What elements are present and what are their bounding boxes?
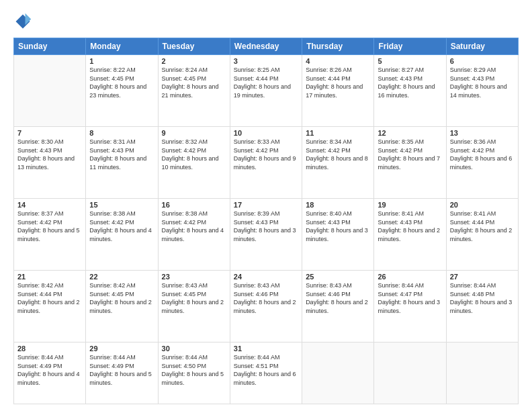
day-info: Sunrise: 8:42 AMSunset: 4:44 PMDaylight:… bbox=[17, 281, 82, 315]
day-info: Sunrise: 8:44 AMSunset: 4:49 PMDaylight:… bbox=[89, 353, 154, 387]
weekday-header-sunday: Sunday bbox=[14, 38, 86, 55]
calendar-cell: 8Sunrise: 8:31 AMSunset: 4:43 PMDaylight… bbox=[86, 127, 158, 199]
day-info: Sunrise: 8:30 AMSunset: 4:43 PMDaylight:… bbox=[17, 138, 82, 171]
day-info: Sunrise: 8:43 AMSunset: 4:46 PMDaylight:… bbox=[234, 281, 298, 315]
calendar-cell bbox=[374, 342, 446, 404]
calendar-cell: 17Sunrise: 8:39 AMSunset: 4:43 PMDayligh… bbox=[230, 199, 302, 271]
calendar-cell: 10Sunrise: 8:33 AMSunset: 4:42 PMDayligh… bbox=[230, 127, 302, 199]
calendar-cell: 14Sunrise: 8:37 AMSunset: 4:42 PMDayligh… bbox=[14, 199, 86, 271]
day-number: 11 bbox=[306, 129, 370, 137]
day-number: 22 bbox=[89, 273, 154, 281]
calendar-week-row: 1Sunrise: 8:22 AMSunset: 4:45 PMDaylight… bbox=[14, 55, 519, 127]
weekday-header-saturday: Saturday bbox=[446, 38, 518, 55]
calendar-cell: 28Sunrise: 8:44 AMSunset: 4:49 PMDayligh… bbox=[14, 342, 86, 404]
calendar-cell: 5Sunrise: 8:27 AMSunset: 4:43 PMDaylight… bbox=[374, 55, 446, 127]
logo bbox=[13, 12, 35, 31]
calendar-cell: 21Sunrise: 8:42 AMSunset: 4:44 PMDayligh… bbox=[14, 271, 86, 342]
day-info: Sunrise: 8:32 AMSunset: 4:42 PMDaylight:… bbox=[162, 138, 226, 171]
calendar-cell: 18Sunrise: 8:40 AMSunset: 4:43 PMDayligh… bbox=[302, 199, 374, 271]
day-info: Sunrise: 8:25 AMSunset: 4:44 PMDaylight:… bbox=[234, 66, 298, 99]
day-number: 18 bbox=[306, 201, 370, 209]
day-info: Sunrise: 8:33 AMSunset: 4:42 PMDaylight:… bbox=[234, 138, 298, 171]
weekday-header-row: SundayMondayTuesdayWednesdayThursdayFrid… bbox=[14, 38, 519, 55]
calendar-cell: 29Sunrise: 8:44 AMSunset: 4:49 PMDayligh… bbox=[86, 342, 158, 404]
day-number: 4 bbox=[306, 57, 370, 65]
day-info: Sunrise: 8:41 AMSunset: 4:43 PMDaylight:… bbox=[378, 210, 442, 243]
day-number: 5 bbox=[378, 57, 442, 65]
day-number: 8 bbox=[89, 129, 154, 137]
weekday-header-tuesday: Tuesday bbox=[158, 38, 230, 55]
day-number: 3 bbox=[234, 57, 298, 65]
calendar-cell: 23Sunrise: 8:43 AMSunset: 4:45 PMDayligh… bbox=[158, 271, 230, 342]
calendar-week-row: 28Sunrise: 8:44 AMSunset: 4:49 PMDayligh… bbox=[14, 342, 519, 404]
day-info: Sunrise: 8:22 AMSunset: 4:45 PMDaylight:… bbox=[89, 66, 154, 99]
day-info: Sunrise: 8:43 AMSunset: 4:45 PMDaylight:… bbox=[162, 281, 226, 315]
calendar-cell: 1Sunrise: 8:22 AMSunset: 4:45 PMDaylight… bbox=[86, 55, 158, 127]
calendar-cell: 24Sunrise: 8:43 AMSunset: 4:46 PMDayligh… bbox=[230, 271, 302, 342]
day-number: 21 bbox=[17, 273, 82, 281]
calendar-cell: 15Sunrise: 8:38 AMSunset: 4:42 PMDayligh… bbox=[86, 199, 158, 271]
day-number: 2 bbox=[162, 57, 226, 65]
day-info: Sunrise: 8:38 AMSunset: 4:42 PMDaylight:… bbox=[89, 210, 154, 243]
day-info: Sunrise: 8:34 AMSunset: 4:42 PMDaylight:… bbox=[306, 138, 370, 171]
day-info: Sunrise: 8:44 AMSunset: 4:51 PMDaylight:… bbox=[234, 353, 298, 387]
calendar-cell: 27Sunrise: 8:44 AMSunset: 4:48 PMDayligh… bbox=[446, 271, 518, 342]
calendar-week-row: 14Sunrise: 8:37 AMSunset: 4:42 PMDayligh… bbox=[14, 199, 519, 271]
calendar-cell: 12Sunrise: 8:35 AMSunset: 4:42 PMDayligh… bbox=[374, 127, 446, 199]
calendar-cell: 2Sunrise: 8:24 AMSunset: 4:45 PMDaylight… bbox=[158, 55, 230, 127]
day-info: Sunrise: 8:43 AMSunset: 4:46 PMDaylight:… bbox=[306, 281, 370, 315]
day-number: 6 bbox=[450, 57, 515, 65]
day-info: Sunrise: 8:36 AMSunset: 4:42 PMDaylight:… bbox=[450, 138, 515, 171]
calendar-cell: 16Sunrise: 8:38 AMSunset: 4:42 PMDayligh… bbox=[158, 199, 230, 271]
day-info: Sunrise: 8:37 AMSunset: 4:42 PMDaylight:… bbox=[17, 210, 82, 243]
calendar-cell: 11Sunrise: 8:34 AMSunset: 4:42 PMDayligh… bbox=[302, 127, 374, 199]
calendar-cell: 20Sunrise: 8:41 AMSunset: 4:44 PMDayligh… bbox=[446, 199, 518, 271]
weekday-header-wednesday: Wednesday bbox=[230, 38, 302, 55]
calendar-cell: 19Sunrise: 8:41 AMSunset: 4:43 PMDayligh… bbox=[374, 199, 446, 271]
day-info: Sunrise: 8:42 AMSunset: 4:45 PMDaylight:… bbox=[89, 281, 154, 315]
calendar-cell: 25Sunrise: 8:43 AMSunset: 4:46 PMDayligh… bbox=[302, 271, 374, 342]
day-number: 29 bbox=[89, 345, 154, 353]
day-number: 15 bbox=[89, 201, 154, 209]
calendar-cell: 6Sunrise: 8:29 AMSunset: 4:43 PMDaylight… bbox=[446, 55, 518, 127]
day-number: 25 bbox=[306, 273, 370, 281]
day-number: 16 bbox=[162, 201, 226, 209]
calendar-cell: 13Sunrise: 8:36 AMSunset: 4:42 PMDayligh… bbox=[446, 127, 518, 199]
calendar-cell: 30Sunrise: 8:44 AMSunset: 4:50 PMDayligh… bbox=[158, 342, 230, 404]
day-info: Sunrise: 8:27 AMSunset: 4:43 PMDaylight:… bbox=[378, 66, 442, 99]
day-number: 27 bbox=[450, 273, 515, 281]
calendar-cell: 7Sunrise: 8:30 AMSunset: 4:43 PMDaylight… bbox=[14, 127, 86, 199]
day-info: Sunrise: 8:38 AMSunset: 4:42 PMDaylight:… bbox=[162, 210, 226, 243]
day-number: 12 bbox=[378, 129, 442, 137]
day-number: 13 bbox=[450, 129, 515, 137]
day-number: 30 bbox=[162, 345, 226, 353]
weekday-header-friday: Friday bbox=[374, 38, 446, 55]
day-number: 28 bbox=[17, 345, 82, 353]
day-number: 9 bbox=[162, 129, 226, 137]
day-number: 23 bbox=[162, 273, 226, 281]
calendar-cell: 31Sunrise: 8:44 AMSunset: 4:51 PMDayligh… bbox=[230, 342, 302, 404]
calendar-week-row: 7Sunrise: 8:30 AMSunset: 4:43 PMDaylight… bbox=[14, 127, 519, 199]
calendar-cell bbox=[14, 55, 86, 127]
weekday-header-thursday: Thursday bbox=[302, 38, 374, 55]
day-info: Sunrise: 8:29 AMSunset: 4:43 PMDaylight:… bbox=[450, 66, 515, 99]
calendar-cell bbox=[302, 342, 374, 404]
calendar-table: SundayMondayTuesdayWednesdayThursdayFrid… bbox=[13, 38, 519, 404]
day-info: Sunrise: 8:44 AMSunset: 4:49 PMDaylight:… bbox=[17, 353, 82, 387]
calendar-cell: 4Sunrise: 8:26 AMSunset: 4:44 PMDaylight… bbox=[302, 55, 374, 127]
day-info: Sunrise: 8:31 AMSunset: 4:43 PMDaylight:… bbox=[89, 138, 154, 171]
day-info: Sunrise: 8:40 AMSunset: 4:43 PMDaylight:… bbox=[306, 210, 370, 243]
calendar-cell: 3Sunrise: 8:25 AMSunset: 4:44 PMDaylight… bbox=[230, 55, 302, 127]
page: SundayMondayTuesdayWednesdayThursdayFrid… bbox=[0, 0, 532, 411]
day-number: 10 bbox=[234, 129, 298, 137]
calendar-cell: 22Sunrise: 8:42 AMSunset: 4:45 PMDayligh… bbox=[86, 271, 158, 342]
calendar-cell: 9Sunrise: 8:32 AMSunset: 4:42 PMDaylight… bbox=[158, 127, 230, 199]
day-number: 1 bbox=[89, 57, 154, 65]
calendar-cell bbox=[446, 342, 518, 404]
calendar-week-row: 21Sunrise: 8:42 AMSunset: 4:44 PMDayligh… bbox=[14, 271, 519, 342]
weekday-header-monday: Monday bbox=[86, 38, 158, 55]
day-number: 24 bbox=[234, 273, 298, 281]
header bbox=[13, 12, 519, 31]
day-info: Sunrise: 8:24 AMSunset: 4:45 PMDaylight:… bbox=[162, 66, 226, 99]
day-number: 31 bbox=[234, 345, 298, 353]
